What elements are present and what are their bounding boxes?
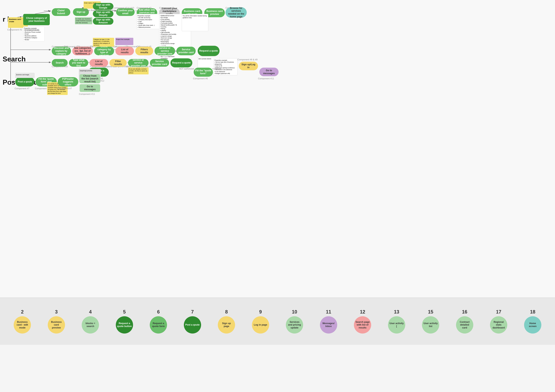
nav-circle-2[interactable]: Business card - edit mode	[14, 316, 31, 334]
filter-results-2-node[interactable]: Filter results	[110, 59, 127, 67]
search-input-node[interactable]: Search	[52, 59, 68, 67]
fill-quote-search-node[interactable]: Fill the "quote form"	[194, 68, 213, 77]
comp-label-6: Component #6	[193, 77, 208, 80]
comp-label-1a: Component #1	[7, 29, 22, 31]
comp-label-8-9: Component #8 & #9	[237, 58, 257, 61]
nav-item-10[interactable]: 10 Services and pricing update	[278, 309, 312, 334]
post-quote-thumb: [business card image]	[15, 73, 35, 78]
nav-number-2: 2	[21, 309, 24, 315]
nav-circle-5[interactable]: Request a quote button	[116, 316, 133, 334]
sticky-provider-check: (if you are already a service provider, …	[128, 67, 149, 74]
signup-shopify-node[interactable]: Sign up with Shopify	[93, 10, 113, 17]
nav-circle-6[interactable]: Request a quote form	[150, 316, 167, 334]
post-quote-node[interactable]: Post a qoute	[15, 77, 35, 87]
nav-item-13[interactable]: 13 User activity [	[380, 309, 414, 334]
comp-label-11b: Component #11	[79, 93, 95, 95]
nav-circle-13[interactable]: User activity [	[388, 316, 405, 334]
request-quote-2-node[interactable]: Request a quote	[170, 58, 192, 67]
nav-circle-18[interactable]: Home screen	[524, 316, 541, 334]
main-canvas: r business Search Post a qoute Business …	[0, 0, 555, 345]
nav-item-15[interactable]: 15 User activity list	[414, 309, 448, 334]
nav-number-7: 7	[191, 309, 194, 315]
filter-results-1-node[interactable]: Filters results	[135, 47, 153, 55]
nav-number-6: 6	[157, 309, 160, 315]
nav-circle-4[interactable]: blocks = search	[82, 316, 99, 334]
nav-number-5: 5	[123, 309, 126, 315]
nav-item-18[interactable]: 18 Home screen	[516, 309, 550, 334]
nav-number-10: 10	[292, 309, 297, 315]
list-results-2-node[interactable]: List of results	[89, 59, 108, 67]
nav-item-17[interactable]: 17 Regional stats dashboard	[482, 309, 516, 334]
p2pmailer-node[interactable]: P2Pmailer suggests offers	[58, 77, 78, 87]
comp-label-2b: Component #2	[159, 7, 174, 9]
nav-item-2[interactable]: 2 Business card - edit mode	[5, 309, 39, 334]
not-auth-label: NOT authorized	[179, 68, 194, 70]
comp-label-11a: Component #11	[258, 77, 274, 80]
nav-item-11[interactable]: 11 Messages/ Inbox	[312, 309, 346, 334]
choose-category-node[interactable]: Chose category of your business	[23, 14, 50, 25]
nav-number-4: 4	[89, 309, 92, 315]
nav-circle-7[interactable]: Post a qoute	[184, 316, 201, 334]
nav-item-4[interactable]: 4 blocks = search	[73, 309, 107, 334]
nav-number-11: 11	[326, 309, 331, 315]
go-messages-post-node[interactable]: Go to messages	[80, 84, 100, 92]
signup-google-node[interactable]: Sign up with Google	[93, 3, 113, 10]
signup-login-node[interactable]: Sign up/Log in	[239, 62, 258, 70]
comp-label-7c: Component #7	[57, 87, 72, 90]
nav-number-13: 13	[394, 309, 399, 315]
nav-item-12[interactable]: 12 Search page with list of results	[346, 309, 380, 334]
nav-circle-9[interactable]: Log in page	[252, 316, 269, 334]
nav-item-5[interactable]: 5 Request a quote button	[107, 309, 142, 334]
nav-item-8[interactable]: 8 Sign up page	[209, 309, 244, 334]
nav-number-3: 3	[55, 309, 58, 315]
nav-number-8: 8	[225, 309, 228, 315]
nav-item-7[interactable]: 7 Post a qoute	[175, 309, 210, 334]
nav-circle-3[interactable]: Business card preview	[48, 316, 65, 334]
nav-circle-17[interactable]: Regional stats dashboard	[490, 316, 507, 334]
choose-list-node[interactable]: Chose from the list (search result list)	[80, 74, 100, 83]
nav-number-18: 18	[530, 309, 535, 315]
signup-amazon-node[interactable]: Sign up with Amazon	[93, 18, 113, 25]
nav-number-17: 17	[496, 309, 501, 315]
list-results-1-node[interactable]: List of results	[115, 47, 134, 55]
claim-submit-node[interactable]: Claim/ Submit	[52, 8, 70, 16]
service-provider-2-node[interactable]: Service provider card	[150, 59, 169, 67]
comp-label-2a: Component #2	[137, 7, 152, 9]
see-categories-node[interactable]: See categories (ex. 3pl, list of fulfill…	[72, 47, 93, 55]
nav-number-9: 9	[259, 309, 262, 315]
search-properties-box: Properties example: • Service type (list…	[213, 58, 237, 75]
choose-cat-type-node[interactable]: Chose category by type of services	[94, 47, 114, 55]
sticky-category: Category by type 1:1 (for warehouse: or …	[93, 38, 114, 47]
nav-circle-10[interactable]: Services and pricing update	[286, 316, 303, 334]
go-messages-search-node[interactable]: Go to messages	[259, 68, 278, 76]
select-provider-1-node[interactable]: Select the service or service provider (…	[154, 47, 175, 55]
nav-number-15: 15	[428, 309, 433, 315]
bottom-nav: 2 Business card - edit mode 3 Business c…	[0, 298, 555, 345]
comp-label-1b: Component #1	[25, 29, 39, 31]
sticky-project-free: Project free example:	[115, 38, 133, 45]
nav-circle-16[interactable]: Contract detailed card	[456, 316, 473, 334]
service-provider-1-node[interactable]: Service provider card	[176, 47, 196, 55]
nav-item-3[interactable]: 3 Business card preview	[39, 309, 73, 334]
select-provider-2-node[interactable]: Select the service or service provider (…	[128, 59, 149, 67]
authorized-label: Authorized	[212, 68, 221, 70]
nav-circle-11[interactable]: Messages/ Inbox	[320, 316, 337, 334]
search-section-label: Search	[3, 55, 26, 63]
comp-label-3-10: Component #3 & #10	[113, 7, 134, 9]
sticky-create-account: to create your business create business …	[75, 17, 92, 24]
browse-services-node[interactable]: Browse for services needed on the home p…	[226, 7, 247, 18]
discover-node[interactable]: Discover and explore by category	[52, 47, 71, 55]
nav-number-12: 12	[360, 309, 365, 315]
nav-item-16[interactable]: 16 Contract detailed card	[448, 309, 482, 334]
biz-card-preview-box: You all the information needed during gu…	[182, 14, 208, 31]
request-quote-1-node[interactable]: Request a quote	[198, 46, 219, 56]
nav-circle-15[interactable]: User activity list	[422, 316, 439, 334]
comp-label-7a: Component #7	[15, 87, 29, 90]
nav-item-9[interactable]: 9 Log in page	[244, 309, 278, 334]
nav-item-6[interactable]: 6 Request a quote form	[141, 309, 175, 334]
type-search-node[interactable]: Type what you want to find	[69, 59, 88, 67]
nav-number-16: 16	[462, 309, 467, 315]
confirm-email-node[interactable]: Confirm your email	[116, 8, 135, 16]
nav-circle-8[interactable]: Sign up page	[218, 316, 235, 334]
nav-circle-12[interactable]: Search page with list of results	[354, 316, 371, 334]
